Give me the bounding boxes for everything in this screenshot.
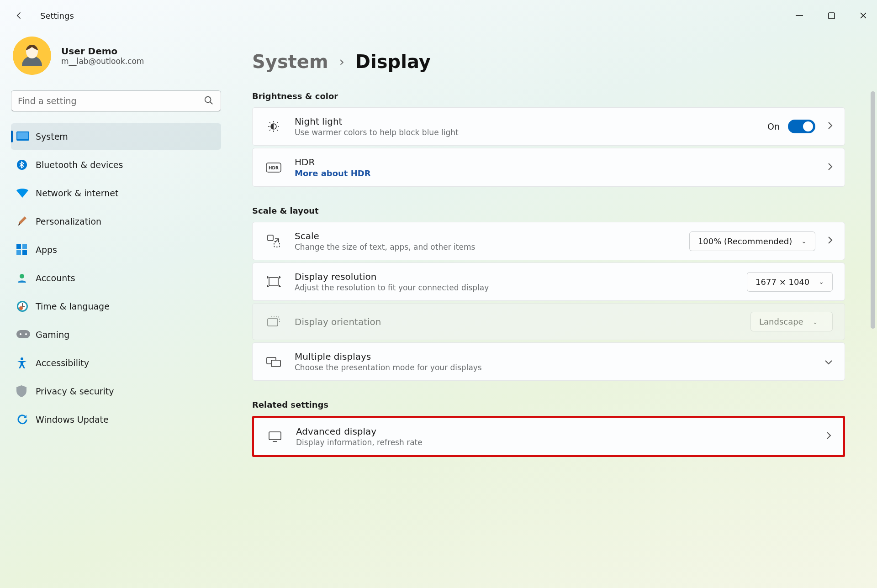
orientation-select: Landscape ⌄ <box>750 312 833 331</box>
sidebar-item-windows-update[interactable]: Windows Update <box>11 406 221 433</box>
card-title: HDR <box>295 157 371 168</box>
chevron-down-icon <box>824 357 833 367</box>
night-light-toggle[interactable] <box>788 120 815 133</box>
sidebar-item-label: Accessibility <box>36 358 89 368</box>
svg-rect-25 <box>268 319 278 326</box>
card-title: Display orientation <box>295 316 381 327</box>
svg-point-3 <box>205 97 211 103</box>
svg-point-16 <box>20 333 21 335</box>
card-subtitle: Adjust the resolution to fit your connec… <box>295 283 489 292</box>
svg-rect-0 <box>796 15 803 16</box>
user-email: m__lab@outlook.com <box>61 57 144 66</box>
app-title: Settings <box>40 11 74 21</box>
maximize-button[interactable] <box>826 10 837 21</box>
bluetooth-icon <box>16 159 36 170</box>
user-name: User Demo <box>61 46 144 57</box>
search-field[interactable] <box>11 90 221 111</box>
card-subtitle: Choose the presentation mode for your di… <box>295 363 482 372</box>
multiple-displays-card[interactable]: Multiple displays Choose the presentatio… <box>252 342 845 381</box>
update-icon <box>16 414 36 425</box>
back-button[interactable] <box>13 11 26 20</box>
chevron-right-icon <box>827 163 833 173</box>
sidebar-item-label: Personalization <box>36 216 101 226</box>
sidebar-item-label: Time & language <box>36 301 110 311</box>
card-subtitle: Change the size of text, apps, and other… <box>295 242 475 252</box>
accessibility-icon <box>16 357 36 369</box>
svg-text:HDR: HDR <box>269 166 279 170</box>
section-scale-layout: Scale & layout Scale Change the size of … <box>252 206 845 381</box>
sidebar-item-system[interactable]: System <box>11 123 221 150</box>
section-heading: Brightness & color <box>252 91 845 101</box>
advanced-display-card[interactable]: Advanced display Display information, re… <box>254 418 843 455</box>
content-pane: System › Display Brightness & color Nigh… <box>232 31 877 588</box>
section-heading: Scale & layout <box>252 206 845 215</box>
resolution-icon <box>264 276 283 288</box>
search-input[interactable] <box>11 90 221 111</box>
network-icon <box>16 189 36 198</box>
sidebar-item-accessibility[interactable]: Accessibility <box>11 350 221 376</box>
chevron-down-icon: ⌄ <box>819 278 824 285</box>
card-subtitle: Display information, refresh rate <box>296 438 423 447</box>
time-icon <box>16 300 36 312</box>
sidebar-item-apps[interactable]: Apps <box>11 236 221 263</box>
breadcrumb: System › Display <box>252 51 845 72</box>
shield-icon <box>16 385 36 397</box>
user-account-row[interactable]: User Demo m__lab@outlook.com <box>11 31 221 90</box>
sidebar-item-bluetooth[interactable]: Bluetooth & devices <box>11 152 221 178</box>
sidebar-item-accounts[interactable]: Accounts <box>11 265 221 291</box>
close-button[interactable] <box>858 10 869 21</box>
highlight-annotation: Advanced display Display information, re… <box>252 416 845 457</box>
system-icon <box>16 131 36 142</box>
resolution-card[interactable]: Display resolution Adjust the resolution… <box>252 262 845 301</box>
search-icon <box>204 95 214 107</box>
sidebar-item-privacy[interactable]: Privacy & security <box>11 378 221 404</box>
sidebar-item-time-language[interactable]: Time & language <box>11 293 221 320</box>
svg-point-14 <box>19 306 23 310</box>
card-title: Scale <box>295 231 475 242</box>
sidebar-item-label: System <box>36 131 68 142</box>
hdr-card[interactable]: HDR HDR More about HDR <box>252 148 845 187</box>
sidebar-item-personalization[interactable]: Personalization <box>11 208 221 235</box>
card-title: Multiple displays <box>295 351 482 362</box>
night-light-card[interactable]: Night light Use warmer colors to help bl… <box>252 107 845 146</box>
svg-rect-10 <box>22 250 27 255</box>
svg-rect-8 <box>22 244 27 249</box>
svg-rect-1 <box>828 12 834 18</box>
chevron-right-icon <box>827 236 833 246</box>
title-bar: Settings <box>0 0 877 31</box>
minimize-button[interactable] <box>794 10 805 21</box>
chevron-right-icon <box>827 121 833 131</box>
gaming-icon <box>16 330 36 339</box>
apps-icon <box>16 244 36 255</box>
avatar <box>13 37 51 75</box>
scale-icon <box>264 234 283 248</box>
section-related: Related settings Advanced display Displa… <box>252 400 845 457</box>
scale-card[interactable]: Scale Change the size of text, apps, and… <box>252 222 845 260</box>
svg-rect-5 <box>17 132 28 139</box>
scrollbar[interactable] <box>871 91 875 329</box>
breadcrumb-leaf: Display <box>355 51 431 72</box>
orientation-icon <box>264 316 283 328</box>
scale-value: 100% (Recommended) <box>698 236 792 246</box>
card-title: Night light <box>295 116 459 127</box>
svg-point-11 <box>20 274 24 278</box>
sidebar-item-label: Bluetooth & devices <box>36 160 123 170</box>
svg-rect-27 <box>271 360 280 367</box>
night-light-icon <box>264 120 283 133</box>
svg-rect-15 <box>16 330 30 338</box>
multiple-displays-icon <box>264 356 283 368</box>
section-brightness-color: Brightness & color Night light Use warme… <box>252 91 845 187</box>
svg-point-17 <box>25 333 27 335</box>
sidebar-item-label: Accounts <box>36 273 75 283</box>
svg-rect-28 <box>269 432 281 440</box>
breadcrumb-root[interactable]: System <box>252 51 328 72</box>
sidebar-item-network[interactable]: Network & internet <box>11 180 221 206</box>
scale-select[interactable]: 100% (Recommended) ⌄ <box>689 231 815 251</box>
svg-rect-9 <box>16 250 21 255</box>
sidebar-item-label: Privacy & security <box>36 386 114 396</box>
sidebar: User Demo m__lab@outlook.com System Bl <box>0 31 232 588</box>
orientation-value: Landscape <box>759 317 803 326</box>
resolution-select[interactable]: 1677 × 1040 ⌄ <box>747 272 833 292</box>
hdr-learn-more-link[interactable]: More about HDR <box>295 168 371 178</box>
sidebar-item-gaming[interactable]: Gaming <box>11 321 221 348</box>
